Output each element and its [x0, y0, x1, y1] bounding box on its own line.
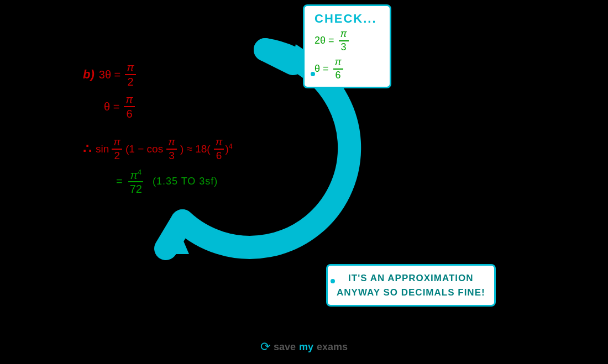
approx-value: (1.35 TO 3sf)	[153, 176, 218, 187]
frac-num: π	[339, 28, 349, 41]
logo-save: save	[274, 341, 296, 353]
sin-text: sin	[96, 143, 109, 155]
logo-icon: ⟳	[260, 340, 270, 354]
frac-num: π4	[128, 168, 143, 183]
frac-pi-6-expr: π 6	[214, 136, 224, 162]
math-line-1: b) 3θ = π 2	[83, 61, 233, 88]
frac-pi-2: π 2	[125, 61, 135, 88]
bottom-line-1: IT'S AN APPROXIMATION	[348, 273, 474, 283]
frac-den: 72	[128, 182, 144, 196]
check-content: 2θ = π 3 θ = π 6	[315, 28, 380, 81]
logo-exams: exams	[317, 341, 348, 353]
frac-num: π	[214, 136, 224, 150]
theta-eq: θ =	[104, 101, 119, 113]
frac-num: π	[333, 56, 343, 70]
bottom-text: IT'S AN APPROXIMATION ANYWAY SO DECIMALS…	[337, 271, 485, 299]
frac-pi-6: π 6	[124, 93, 134, 120]
frac-num: π	[112, 136, 122, 150]
three-theta: 3θ =	[99, 68, 120, 81]
frac-den: 6	[214, 150, 224, 162]
paren-expr: (1 − cos	[125, 143, 163, 155]
bottom-line-2: ANYWAY SO DECIMALS FINE!	[337, 287, 485, 298]
frac-denominator: 2	[125, 75, 135, 88]
check-title: CHECK...	[315, 12, 380, 26]
equals-sign: =	[116, 175, 123, 188]
frac-den: 6	[334, 70, 343, 82]
theta-eq-check: θ =	[315, 61, 329, 77]
connector-dot-top	[311, 72, 315, 76]
therefore-line: ∴ sin π 2 (1 − cos π 3 ) ≈ 18( π 6 )4	[83, 136, 233, 162]
frac-pi-2-sin: π 2	[112, 136, 122, 162]
power-4: )4	[225, 143, 232, 155]
frac-den: 2	[112, 150, 122, 162]
check-line-1: 2θ = π 3	[315, 28, 380, 53]
paren-close: ) ≈ 18(	[180, 143, 211, 155]
frac-den: 3	[167, 150, 176, 162]
connector-dot-bottom	[331, 279, 335, 283]
label-b: b)	[83, 67, 95, 82]
check-frac-pi-3: π 3	[339, 28, 349, 53]
logo-area: ⟳ save my exams	[260, 340, 348, 354]
math-content: b) 3θ = π 2 θ = π 6 ∴ sin π 2 (1 − cos π…	[83, 61, 233, 196]
frac-numerator: π	[125, 61, 135, 75]
logo-my: my	[299, 341, 313, 353]
frac-num: π	[166, 136, 177, 150]
circle-arc-head	[265, 50, 293, 64]
frac-pi4-72: π4 72	[128, 168, 144, 196]
bottom-box: IT'S AN APPROXIMATION ANYWAY SO DECIMALS…	[326, 264, 496, 307]
frac-den: 3	[339, 41, 348, 54]
result-line: = π4 72 (1.35 TO 3sf)	[116, 168, 233, 196]
frac-pi-3: π 3	[166, 136, 177, 162]
math-line-2: θ = π 6	[104, 93, 233, 120]
check-box: CHECK... 2θ = π 3 θ = π 6	[303, 4, 391, 88]
check-line-2: θ = π 6	[315, 56, 380, 81]
therefore-symbol: ∴	[83, 141, 91, 157]
two-theta: 2θ =	[315, 33, 334, 49]
check-frac-pi-6: π 6	[333, 56, 343, 81]
frac-denominator: 6	[125, 107, 134, 120]
frac-numerator: π	[124, 93, 134, 107]
